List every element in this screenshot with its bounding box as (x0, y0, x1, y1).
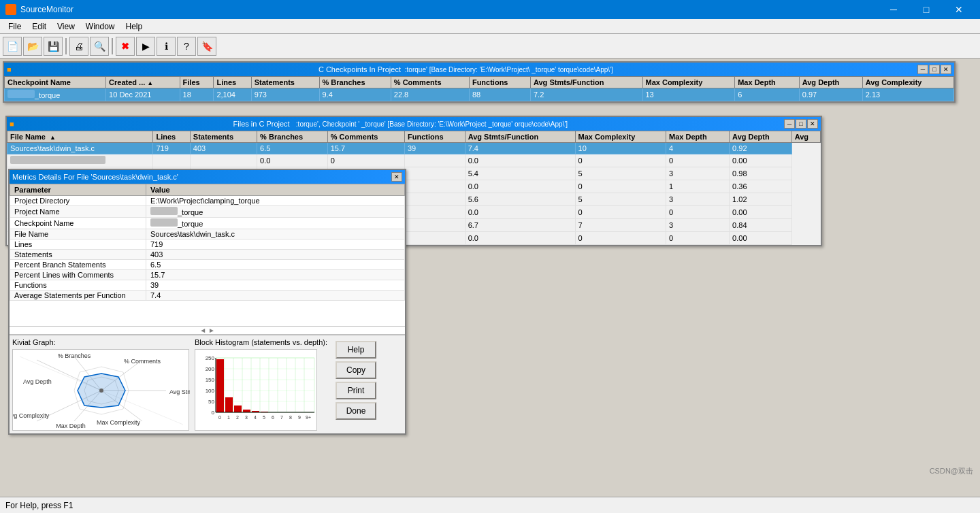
metrics-param-row: Statements403 (10, 250, 405, 260)
svg-text:Max Depth: Max Depth (56, 423, 86, 429)
col-checkpoint-name[interactable]: Checkpoint Name (5, 77, 106, 88)
metrics-params-container[interactable]: Parameter Value Project DirectoryE:\Work… (10, 184, 405, 327)
checkpoint-minimize-btn[interactable]: ─ (917, 65, 928, 74)
svg-text:Avg Depth: Avg Depth (23, 378, 52, 385)
metrics-param-row: Functions39 (10, 280, 405, 291)
svg-rect-44 (234, 406, 242, 412)
open-button[interactable]: 📂 (23, 37, 42, 56)
svg-text:0: 0 (218, 415, 221, 420)
metrics-param-row: Average Statements per Function7.4 (10, 291, 405, 301)
col-functions[interactable]: Functions (469, 77, 530, 88)
metrics-param-row: Project Name_torque (10, 206, 405, 218)
menu-help[interactable]: Help (120, 20, 148, 33)
title-bar: SourceMonitor ─ □ ✕ (0, 0, 980, 19)
col-files[interactable]: Files (180, 77, 214, 88)
checkpoint-window-controls: ─ □ ✕ (917, 65, 951, 74)
metrics-param-row: Checkpoint Name_torque (10, 218, 405, 229)
help-action-button[interactable]: Help (336, 341, 376, 359)
svg-text:0: 0 (212, 410, 215, 416)
col-avg-stmts[interactable]: Avg Stmts/Function (530, 77, 642, 88)
col-created[interactable]: Created ... ▲ (106, 77, 180, 88)
col-f-avg-depth[interactable]: Avg Depth (730, 131, 792, 143)
files-maximize-btn[interactable]: □ (796, 119, 806, 129)
col-avg-complexity[interactable]: Avg Complexity (862, 77, 953, 88)
col-lines[interactable]: Lines (214, 77, 251, 88)
files-minimize-btn[interactable]: ─ (784, 119, 795, 129)
kiviat-chart: % Branches % Comments Avg Stmts/Function… (12, 349, 189, 431)
col-max-complexity[interactable]: Max Complexity (642, 77, 735, 88)
maximize-button[interactable]: □ (911, 0, 942, 19)
done-action-button[interactable]: Done (336, 402, 376, 420)
preview-button[interactable]: 🔍 (90, 37, 109, 56)
col-f-max-complexity[interactable]: Max Complexity (575, 131, 666, 143)
svg-text:200: 200 (206, 366, 215, 372)
menu-edit[interactable]: Edit (27, 20, 52, 33)
minimize-button[interactable]: ─ (878, 0, 909, 19)
checkpoint-row[interactable]: _torque10 Dec 2021182,1049739.422.8887.2… (5, 88, 954, 101)
files-window-title: Files in C Project :torque', Checkpoint … (233, 120, 568, 128)
svg-text:5: 5 (263, 415, 265, 420)
copy-action-button[interactable]: Copy (336, 361, 376, 379)
metrics-param-row: Percent Branch Statements6.5 (10, 260, 405, 270)
metrics-window: Metrics Details For File 'Sources\task\d… (8, 169, 406, 435)
checkpoint-table: Checkpoint Name Created ... ▲ Files Line… (4, 76, 954, 101)
col-f-branches[interactable]: % Branches (257, 131, 328, 143)
col-f-avg-stmts[interactable]: Avg Stmts/Function (465, 131, 575, 143)
menu-window[interactable]: Window (80, 20, 120, 33)
help-button[interactable]: ? (177, 37, 196, 56)
save-button[interactable]: 💾 (44, 37, 63, 56)
col-statements[interactable]: Statements (251, 77, 319, 88)
checkpoint-close-btn[interactable]: ✕ (941, 65, 951, 74)
checkpoint-path: :torque' [Base Directory: 'E:\Work\Proje… (403, 66, 613, 73)
svg-text:% Branches: % Branches (58, 352, 91, 359)
svg-text:Max Complexity: Max Complexity (97, 419, 141, 426)
svg-text:9+: 9+ (306, 415, 311, 420)
menu-file[interactable]: File (3, 20, 27, 33)
histogram-chart: 250 200 150 100 50 0 (195, 349, 317, 431)
col-f-statements[interactable]: Statements (190, 131, 257, 143)
checkpoint-table-container: Checkpoint Name Created ... ▲ Files Line… (4, 76, 954, 101)
metrics-params-table: Parameter Value Project DirectoryE:\Work… (10, 184, 405, 301)
close-button[interactable]: ✕ (943, 0, 975, 19)
svg-rect-45 (243, 410, 250, 412)
app-icon (5, 4, 16, 15)
svg-text:4: 4 (254, 415, 257, 420)
info-button[interactable]: ℹ (157, 37, 176, 56)
charts-area: Kiviat Graph: % Branches % Comments Avg … (10, 335, 405, 433)
svg-text:50: 50 (208, 399, 214, 405)
stop-button[interactable]: ✖ (116, 37, 135, 56)
col-comments[interactable]: % Comments (391, 77, 469, 88)
menu-view[interactable]: View (52, 20, 80, 33)
print-button[interactable]: 🖨 (69, 37, 88, 56)
metrics-param-row: Percent Lines with Comments15.7 (10, 270, 405, 280)
metrics-close-button[interactable]: ✕ (391, 172, 402, 182)
status-text: For Help, press F1 (5, 501, 73, 510)
toolbar-sep-2 (112, 38, 113, 54)
main-content: ■ C Checkpoints In Project :torque' [Bas… (0, 59, 980, 497)
col-branches[interactable]: % Branches (319, 77, 391, 88)
svg-text:7: 7 (280, 415, 283, 420)
file-row[interactable]: Sources\task\dwin_task.c7194036.515.7397… (7, 143, 821, 154)
col-f-avg[interactable]: Avg (791, 131, 820, 143)
svg-text:150: 150 (206, 377, 215, 383)
svg-text:Avg Stmts/Function: Avg Stmts/Function (169, 388, 190, 395)
file-row[interactable]: 0.000.0000.00 (7, 154, 821, 167)
svg-text:250: 250 (206, 355, 215, 361)
bookmark-button[interactable]: 🔖 (197, 37, 216, 56)
print-action-button[interactable]: Print (336, 382, 376, 399)
col-f-functions[interactable]: Functions (405, 131, 466, 143)
col-f-comments[interactable]: % Comments (327, 131, 404, 143)
col-max-depth[interactable]: Max Depth (735, 77, 800, 88)
files-close-btn[interactable]: ✕ (807, 119, 818, 129)
col-f-max-depth[interactable]: Max Depth (666, 131, 730, 143)
col-f-lines[interactable]: Lines (153, 131, 190, 143)
run-button[interactable]: ▶ (136, 37, 155, 56)
new-button[interactable]: 📄 (3, 37, 22, 56)
col-filename[interactable]: File Name ▲ (7, 131, 153, 143)
toolbar-sep-1 (65, 38, 67, 54)
col-avg-depth[interactable]: Avg Depth (799, 77, 862, 88)
svg-text:6: 6 (272, 415, 274, 420)
checkpoint-maximize-btn[interactable]: □ (929, 65, 940, 74)
buttons-panel: Help Copy Print Done (333, 338, 379, 423)
files-window-icon: ■ (10, 120, 14, 128)
